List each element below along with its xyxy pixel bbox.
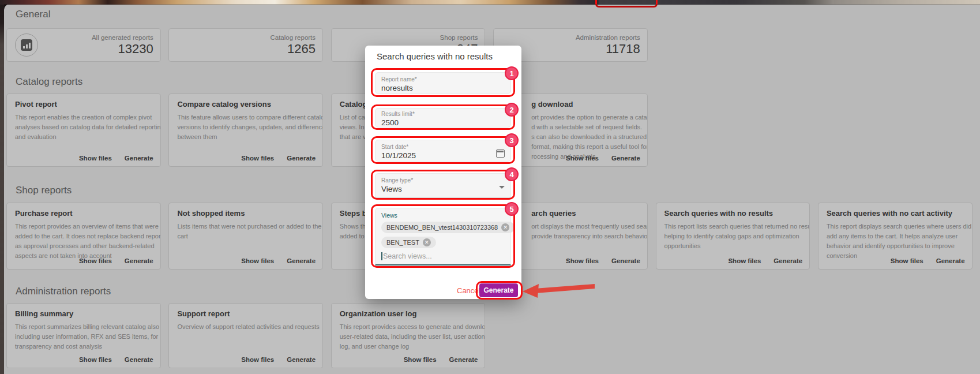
annotation-box-5 — [371, 204, 515, 268]
annotation-badge-2: 2 — [505, 103, 519, 117]
annotation-badge-3: 3 — [505, 133, 519, 147]
annotation-badge-4: 4 — [505, 167, 519, 181]
annotation-arrow — [521, 282, 597, 299]
annotation-box-generate — [476, 281, 523, 300]
annotation-box-4 — [371, 170, 515, 200]
annotation-box-1 — [371, 68, 515, 97]
annotation-badge-5: 5 — [505, 202, 519, 216]
dialog-title: Search queries with no results — [377, 51, 493, 61]
annotation-badge-1: 1 — [505, 66, 519, 80]
annotation-box-2 — [371, 104, 515, 130]
screen: General All generated reports 13230 Cata… — [0, 0, 980, 374]
annotation-box-3 — [371, 136, 515, 164]
